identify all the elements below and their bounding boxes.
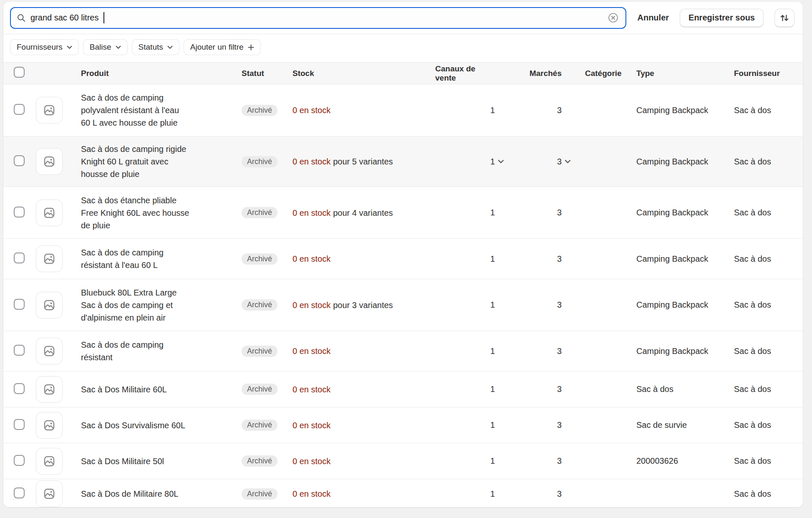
- channels-count-cell[interactable]: 1: [435, 489, 495, 499]
- markets-count-cell[interactable]: 3: [495, 254, 562, 264]
- product-thumbnail: [36, 480, 63, 507]
- column-header-type[interactable]: Type: [633, 69, 731, 78]
- row-checkbox[interactable]: [14, 253, 25, 263]
- stock-cell: 0 en stockpour 4 variantes: [289, 207, 435, 219]
- markets-count-cell[interactable]: 3: [495, 106, 562, 115]
- column-header-statut[interactable]: Statut: [238, 69, 289, 78]
- row-checkbox[interactable]: [14, 299, 25, 310]
- image-placeholder-icon: [43, 207, 55, 219]
- markets-count-cell[interactable]: 3: [495, 489, 562, 499]
- stock-alert-text: 0 en stock: [293, 421, 330, 430]
- table-row[interactable]: Sac à Dos Survivalisme 60L Archivé 0 en …: [3, 407, 803, 443]
- product-title-line: Sac à dos de camping: [81, 91, 238, 104]
- markets-count: 3: [557, 384, 562, 394]
- sort-button[interactable]: [774, 9, 794, 27]
- clear-search-button[interactable]: [608, 12, 619, 23]
- row-checkbox[interactable]: [14, 419, 25, 430]
- cancel-button[interactable]: Annuler: [637, 13, 669, 23]
- markets-count-cell[interactable]: 3: [495, 157, 562, 167]
- product-title[interactable]: Sac à Dos Militaire 50l: [64, 455, 238, 467]
- product-title[interactable]: Bluebuck 80L Extra LargeSac à dos de cam…: [64, 286, 238, 324]
- product-title[interactable]: Sac à dos étanche pliableFree Knight 60L…: [64, 194, 238, 232]
- chevron-down-icon[interactable]: [565, 159, 571, 164]
- filter-chip-statuts[interactable]: Statuts: [132, 39, 179, 55]
- product-title[interactable]: Sac à Dos Survivalisme 60L: [64, 419, 238, 432]
- product-title[interactable]: Sac à dos de campingrésistant: [64, 339, 238, 364]
- add-filter-chip[interactable]: Ajouter un filtre: [184, 39, 261, 55]
- product-vendor: Sac à dos: [731, 106, 803, 115]
- channels-count-cell[interactable]: 1: [435, 456, 495, 466]
- search-row: grand sac 60 litres Annuler Enregistrer …: [3, 2, 803, 34]
- channels-count-cell[interactable]: 1: [435, 208, 495, 217]
- filter-chip-balise[interactable]: Balise: [83, 39, 128, 55]
- channels-count-cell[interactable]: 1: [435, 254, 495, 264]
- product-title-line: housse de pluie: [81, 168, 238, 180]
- table-row[interactable]: Sac à dos de campingrésistant Archivé 0 …: [3, 331, 803, 371]
- filter-chip-label: Ajouter un filtre: [190, 43, 244, 52]
- channels-count: 1: [490, 489, 495, 499]
- channels-count-cell[interactable]: 1: [435, 420, 495, 430]
- product-vendor: Sac à dos: [731, 346, 803, 356]
- markets-count-cell[interactable]: 3: [495, 456, 562, 466]
- save-as-button[interactable]: Enregistrer sous: [680, 9, 764, 27]
- markets-count-cell[interactable]: 3: [495, 208, 562, 217]
- markets-count-cell[interactable]: 3: [495, 384, 562, 394]
- search-input[interactable]: grand sac 60 litres: [10, 7, 626, 29]
- channels-count: 1: [490, 208, 495, 217]
- product-title[interactable]: Sac à dos de campingrésistant à l'eau 60…: [64, 246, 238, 271]
- product-title-line: résistant: [81, 351, 238, 364]
- product-type: Sac à dos: [633, 384, 731, 394]
- channels-count-cell[interactable]: 1: [435, 384, 495, 394]
- markets-count-cell[interactable]: 3: [495, 346, 562, 356]
- stock-cell: 0 en stock: [289, 455, 435, 467]
- column-header-produit[interactable]: Produit: [64, 67, 238, 80]
- stock-cell: 0 en stock: [289, 419, 435, 432]
- product-type: Camping Backpack: [633, 106, 731, 115]
- image-placeholder-icon: [43, 345, 55, 357]
- column-header-fournisseur[interactable]: Fournisseur: [731, 69, 803, 78]
- filter-chip-fournisseurs[interactable]: Fournisseurs: [10, 39, 79, 55]
- channels-count-cell[interactable]: 1: [435, 106, 495, 115]
- table-row[interactable]: Sac à dos de campingpolyvalent résistant…: [3, 84, 803, 136]
- product-type: Sac de survie: [633, 420, 731, 430]
- select-all-checkbox[interactable]: [14, 67, 25, 78]
- stock-cell: 0 en stock: [289, 104, 435, 116]
- table-row[interactable]: Sac à Dos Militaire 50l Archivé 0 en sto…: [3, 443, 803, 479]
- channels-count-cell[interactable]: 1: [435, 300, 495, 310]
- row-checkbox[interactable]: [14, 207, 25, 217]
- column-header-marches[interactable]: Marchés: [495, 69, 562, 78]
- plus-icon: [248, 44, 254, 51]
- column-header-canaux[interactable]: Canaux de vente: [435, 64, 495, 83]
- row-checkbox[interactable]: [14, 345, 25, 356]
- product-title-line: Sac à Dos Militaire 60L: [81, 383, 238, 396]
- product-title[interactable]: Sac à dos de campingpolyvalent résistant…: [64, 91, 238, 129]
- channels-count-cell[interactable]: 1: [435, 346, 495, 356]
- row-checkbox[interactable]: [14, 488, 25, 498]
- image-placeholder-icon: [43, 155, 55, 168]
- product-title[interactable]: Sac à Dos Militaire 60L: [64, 383, 238, 396]
- product-title[interactable]: Sac à dos de camping rigideKnight 60 L g…: [64, 143, 238, 180]
- table-row[interactable]: Bluebuck 80L Extra LargeSac à dos de cam…: [3, 279, 803, 331]
- markets-count-cell[interactable]: 3: [495, 300, 562, 310]
- status-badge: Archivé: [242, 253, 277, 265]
- column-header-categorie[interactable]: Catégorie: [562, 69, 633, 78]
- row-checkbox[interactable]: [14, 383, 25, 394]
- channels-count: 1: [490, 300, 495, 310]
- channels-count-cell[interactable]: 1: [435, 157, 495, 167]
- row-checkbox[interactable]: [14, 455, 25, 466]
- markets-count-cell[interactable]: 3: [495, 420, 562, 430]
- product-title-line: Sac à dos de camping: [81, 246, 238, 259]
- row-checkbox[interactable]: [14, 104, 25, 115]
- stock-cell: 0 en stockpour 3 variantes: [289, 299, 435, 311]
- table-row[interactable]: Sac à Dos de Militaire 80L Archivé 0 en …: [3, 479, 803, 507]
- row-checkbox[interactable]: [14, 155, 25, 166]
- column-header-stock[interactable]: Stock: [289, 67, 435, 80]
- product-title[interactable]: Sac à Dos de Militaire 80L: [64, 488, 238, 500]
- table-row[interactable]: Sac à dos de camping rigideKnight 60 L g…: [3, 136, 803, 187]
- status-badge: Archivé: [242, 156, 277, 167]
- table-row[interactable]: Sac à dos de campingrésistant à l'eau 60…: [3, 238, 803, 279]
- stock-cell: 0 en stockpour 5 variantes: [289, 155, 435, 168]
- table-row[interactable]: Sac à Dos Militaire 60L Archivé 0 en sto…: [3, 371, 803, 407]
- stock-alert-text: 0 en stock: [293, 254, 330, 263]
- table-row[interactable]: Sac à dos étanche pliableFree Knight 60L…: [3, 187, 803, 238]
